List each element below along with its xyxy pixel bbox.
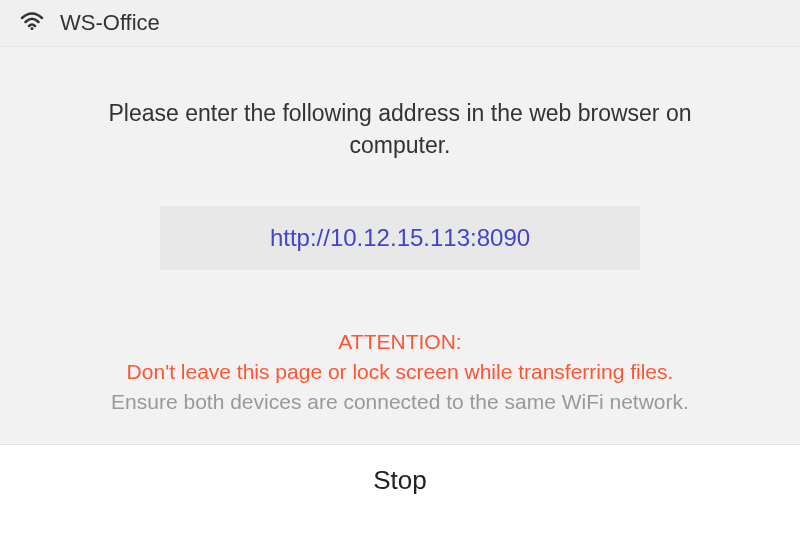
attention-warning: Don't leave this page or lock screen whi… (40, 360, 760, 384)
svg-point-0 (31, 27, 34, 30)
network-hint: Ensure both devices are connected to the… (40, 390, 760, 414)
url-box: http://10.12.15.113:8090 (160, 206, 640, 270)
content-area: Please enter the following address in th… (0, 47, 800, 444)
footer-bar: Stop (0, 444, 800, 516)
instruction-text: Please enter the following address in th… (60, 97, 740, 161)
url-text: http://10.12.15.113:8090 (270, 224, 530, 251)
wifi-icon (20, 11, 44, 35)
stop-button[interactable]: Stop (373, 465, 427, 496)
header-bar: WS-Office (0, 0, 800, 47)
attention-label: ATTENTION: (40, 330, 760, 354)
header-title: WS-Office (60, 10, 160, 36)
